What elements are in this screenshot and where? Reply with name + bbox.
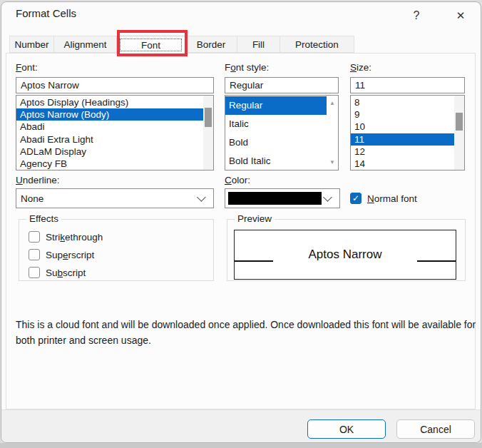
superscript-checkbox[interactable]: [29, 249, 40, 260]
check-icon: ✓: [352, 193, 359, 203]
red-highlight-annotation: [117, 30, 188, 56]
tab-fill[interactable]: Fill: [237, 36, 280, 53]
subscript-label[interactable]: Subscript: [46, 268, 86, 278]
scroll-up-icon[interactable]: ▲: [327, 100, 338, 106]
list-option[interactable]: 12: [351, 146, 454, 158]
size-label: Size:: [350, 62, 371, 73]
list-option[interactable]: Bold: [225, 133, 327, 152]
font-style-list[interactable]: RegularItalicBoldBold Italic ▲ ▼: [225, 95, 339, 170]
scroll-down-icon[interactable]: ▼: [327, 159, 338, 166]
size-list-scrollbar[interactable]: [454, 96, 464, 170]
list-option[interactable]: 14: [351, 158, 454, 170]
list-option[interactable]: Aptos Display (Headings): [16, 96, 203, 108]
list-option[interactable]: ADLaM Display: [16, 146, 203, 158]
close-icon[interactable]: ✕: [449, 6, 472, 26]
list-option[interactable]: Aptos Narrow (Body): [16, 108, 203, 121]
dialog-title: Format Cells: [16, 7, 76, 19]
normal-font-checkbox[interactable]: ✓: [350, 193, 362, 204]
color-label: Color:: [225, 175, 250, 185]
tab-protection[interactable]: Protection: [280, 36, 354, 53]
font-style-scrollbar[interactable]: ▲ ▼: [327, 96, 338, 170]
list-option[interactable]: 11: [351, 133, 454, 146]
list-option[interactable]: 9: [351, 108, 454, 121]
underline-dropdown[interactable]: None: [16, 188, 214, 208]
underline-value: None: [21, 193, 43, 204]
superscript-label[interactable]: Superscript: [46, 250, 94, 260]
cloud-font-note-line: both printer and screen usage.: [16, 332, 476, 348]
font-label: Font:: [16, 62, 38, 73]
preview-group-title: Preview: [235, 213, 275, 224]
tab-border[interactable]: Border: [185, 36, 237, 53]
scrollbar-thumb[interactable]: [205, 108, 212, 127]
screen-edge: [0, 443, 482, 448]
list-option[interactable]: Italic: [225, 115, 327, 133]
ok-button[interactable]: OK: [307, 419, 386, 439]
size-input[interactable]: 11: [350, 77, 465, 93]
chevron-down-icon: [197, 193, 206, 202]
strikethrough-label[interactable]: Strikethrough: [46, 232, 103, 243]
cloud-font-note: This is a cloud font and will be downloa…: [16, 317, 476, 348]
strikethrough-checkbox[interactable]: [29, 231, 40, 243]
list-option[interactable]: 8: [351, 96, 454, 108]
list-option[interactable]: Abadi: [16, 121, 203, 133]
cancel-button[interactable]: Cancel: [396, 419, 475, 439]
list-option[interactable]: Agency FB: [16, 158, 203, 170]
effects-group-title: Effects: [26, 213, 61, 224]
cloud-font-note-line: This is a cloud font and will be downloa…: [16, 317, 476, 332]
font-style-label: Font style:: [225, 62, 269, 73]
font-style-input[interactable]: Regular: [225, 77, 339, 93]
font-input[interactable]: Aptos Narrow: [16, 77, 214, 93]
scrollbar-thumb[interactable]: [456, 113, 463, 131]
color-swatch: [228, 192, 322, 205]
preview-box: Aptos Narrow: [234, 230, 456, 280]
help-icon[interactable]: ?: [405, 6, 428, 26]
chevron-down-icon: [323, 193, 332, 202]
preview-sample-text: Aptos Narrow: [235, 230, 456, 279]
list-option[interactable]: 10: [351, 121, 454, 133]
font-list[interactable]: Aptos Display (Headings)Aptos Narrow (Bo…: [16, 95, 214, 170]
tab-alignment[interactable]: Alignment: [53, 36, 117, 53]
list-option[interactable]: Bold Italic: [225, 151, 327, 170]
size-list[interactable]: 8910111214: [350, 95, 465, 170]
underline-label: Underline:: [16, 175, 60, 185]
subscript-checkbox[interactable]: [29, 267, 40, 278]
font-list-scrollbar[interactable]: [203, 96, 213, 170]
normal-font-label[interactable]: Normal font: [367, 193, 417, 204]
preview-group: Preview Aptos Narrow: [227, 219, 466, 281]
color-dropdown[interactable]: [225, 188, 340, 208]
list-option[interactable]: Regular: [225, 96, 327, 115]
tab-number[interactable]: Number: [9, 36, 54, 53]
list-option[interactable]: Abadi Extra Light: [16, 133, 203, 146]
